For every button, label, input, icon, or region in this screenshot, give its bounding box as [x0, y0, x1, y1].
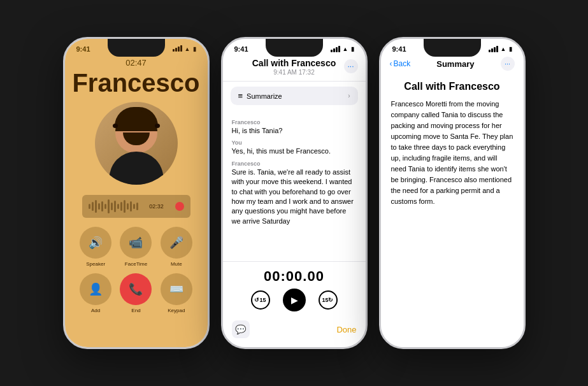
end-button[interactable]: 📞 End: [120, 273, 152, 313]
mute-label: Mute: [171, 261, 182, 267]
keypad-button[interactable]: ⌨️ Keypad: [161, 273, 192, 313]
transcript-text-1: Yes, hi, this must be Francesco.: [232, 147, 357, 156]
play-icon: ▶: [291, 295, 298, 305]
play-button[interactable]: ▶: [283, 289, 306, 311]
wave-bars: [89, 199, 138, 213]
playback-time: 00:00.00: [264, 268, 324, 285]
summarize-text: Summarize: [247, 92, 282, 100]
phone3-time: 9:41: [392, 45, 406, 53]
avatar: [95, 102, 178, 185]
summary-text: Francesco Moretti from the moving compan…: [391, 99, 513, 207]
battery-icon: ▮: [193, 46, 196, 52]
call-buttons: 🔊 Speaker 📹 FaceTime 🎤 Mute 👤: [76, 227, 197, 320]
speaker-label: Speaker: [86, 261, 105, 267]
phone-summary: 9:41 ▲ ▮ ‹ Back Summary: [379, 37, 526, 349]
record-indicator: [175, 202, 184, 211]
playback-section: 00:00.00 ↺15 ▶ 15↻: [223, 261, 366, 317]
phone2-time: 9:41: [234, 45, 248, 53]
call-btn-row-1: 🔊 Speaker 📹 FaceTime 🎤 Mute: [76, 227, 197, 267]
transcript-menu-button[interactable]: ···: [344, 59, 358, 73]
memoji-image: [95, 102, 178, 185]
call-timer: 02:47: [125, 58, 147, 68]
battery-icon-p3: ▮: [509, 46, 512, 52]
add-label: Add: [91, 308, 100, 313]
caller-name: Francesco: [72, 69, 199, 97]
call-btn-row-2: 👤 Add 📞 End ⌨️ Keypad: [76, 273, 197, 313]
phone3-status-icons: ▲ ▮: [489, 46, 512, 52]
summary-body: Call with Francesco Francesco Moretti fr…: [381, 75, 524, 213]
phone-active-call: 9:41 ▲ ▮ 02:47 Francesco: [63, 37, 210, 349]
page-title: Summary: [436, 59, 474, 69]
back-chevron-icon: ‹: [390, 59, 392, 68]
speaker-icon: 🔊: [80, 227, 111, 259]
facetime-button[interactable]: 📹 FaceTime: [120, 227, 152, 267]
skip-back-icon: ↺15: [254, 297, 266, 303]
phone1-screen: 9:41 ▲ ▮ 02:47 Francesco: [65, 39, 208, 347]
phone2-screen: 9:41 ▲ ▮ Call with Francesco 9:41 AM 17:…: [223, 39, 366, 347]
summary-nav: ‹ Back Summary ···: [381, 55, 524, 75]
transcript-title: Call with Francesco: [236, 58, 353, 68]
phones-container: 9:41 ▲ ▮ 02:47 Francesco: [50, 24, 538, 362]
summary-title: Call with Francesco: [391, 81, 513, 92]
phone3-status-bar: 9:41 ▲ ▮: [381, 39, 524, 55]
facetime-icon: 📹: [120, 227, 152, 259]
skip-forward-icon: 15↻: [322, 297, 333, 303]
wifi-icon-p2: ▲: [343, 46, 348, 52]
add-button[interactable]: 👤 Add: [80, 273, 111, 313]
wifi-icon: ▲: [185, 46, 190, 52]
mute-button[interactable]: 🎤 Mute: [161, 227, 192, 267]
phone3-screen: 9:41 ▲ ▮ ‹ Back Summary: [381, 39, 524, 347]
keypad-icon: ⌨️: [161, 273, 192, 305]
mute-icon: 🎤: [161, 227, 192, 259]
wifi-icon-p3: ▲: [501, 46, 506, 52]
battery-icon-p2: ▮: [351, 46, 354, 52]
playback-controls: ↺15 ▶ 15↻: [251, 289, 338, 311]
summarize-icon: ≡: [238, 91, 243, 101]
end-label: End: [131, 308, 140, 313]
summarize-chevron-icon: ›: [348, 92, 350, 99]
add-icon: 👤: [80, 273, 111, 305]
phone-transcript: 9:41 ▲ ▮ Call with Francesco 9:41 AM 17:…: [221, 37, 368, 349]
transcript-text-2: Sure is. Tania, we're all ready to assis…: [232, 168, 357, 226]
transcript-speaker-2: Francesco: [232, 161, 357, 167]
summary-menu-button[interactable]: ···: [501, 57, 515, 71]
skip-back-button[interactable]: ↺15: [251, 290, 270, 310]
facetime-label: FaceTime: [125, 261, 147, 267]
done-button[interactable]: Done: [336, 325, 356, 334]
signal-icon: [173, 45, 182, 53]
summarize-label: ≡ Summarize: [238, 91, 282, 101]
summarize-button[interactable]: ≡ Summarize ›: [231, 87, 358, 105]
chat-icon-button[interactable]: 💬: [232, 320, 250, 338]
phone2-footer: 💬 Done: [223, 317, 366, 347]
waveform-bar: 02:32: [82, 195, 190, 218]
speaker-button[interactable]: 🔊 Speaker: [80, 227, 111, 267]
end-icon: 📞: [120, 273, 152, 305]
phone1-time: 9:41: [76, 45, 90, 53]
phone2-status-bar: 9:41 ▲ ▮: [223, 39, 366, 55]
transcript-body: Francesco Hi, is this Tania? You Yes, hi…: [223, 110, 366, 261]
skip-forward-button[interactable]: 15↻: [319, 290, 338, 310]
back-label: Back: [394, 59, 411, 68]
transcript-speaker-1: You: [232, 139, 357, 146]
phone2-status-icons: ▲ ▮: [331, 46, 354, 52]
phone1-status-bar: 9:41 ▲ ▮: [65, 39, 208, 55]
keypad-label: Keypad: [168, 308, 185, 313]
transcript-text-0: Hi, is this Tania?: [232, 126, 357, 136]
back-button[interactable]: ‹ Back: [390, 59, 411, 68]
phone1-status-icons: ▲ ▮: [173, 45, 196, 53]
transcript-subtitle: 9:41 AM 17:32: [236, 69, 353, 76]
transcript-speaker-0: Francesco: [232, 119, 357, 125]
transcript-header: Call with Francesco 9:41 AM 17:32 ···: [223, 55, 366, 82]
rec-time: 02:32: [149, 203, 164, 210]
